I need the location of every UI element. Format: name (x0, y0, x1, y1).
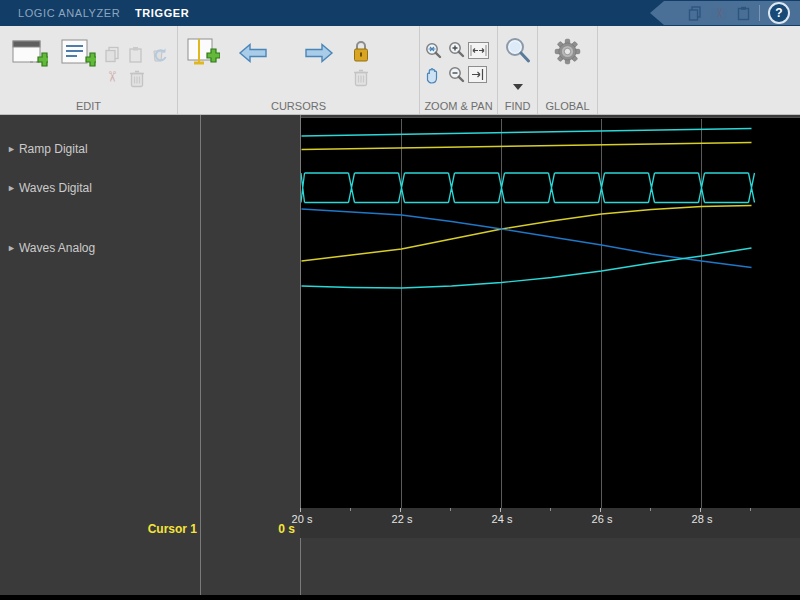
axis-tick (600, 508, 601, 512)
channel-group-ramp-digital[interactable]: ►Ramp Digital (7, 142, 88, 156)
cursor-value-label[interactable]: 0 s (210, 522, 295, 536)
section-label-cursors: CURSORS (178, 100, 419, 112)
tab-trigger[interactable]: TRIGGER (135, 0, 189, 26)
toolbar-section-find: FIND (498, 26, 538, 114)
tab-logic-analyzer[interactable]: LOGIC ANALYZER (18, 0, 120, 26)
add-divider-icon[interactable] (60, 38, 96, 74)
section-label-global: GLOBAL (538, 100, 597, 112)
expand-triangle-icon[interactable]: ► (7, 243, 16, 253)
copy-icon[interactable] (687, 5, 703, 21)
axis-tick-label: 28 s (680, 513, 724, 525)
axis-tick (500, 508, 501, 512)
axis-tick (300, 508, 301, 512)
delete-cursor-icon[interactable] (352, 68, 370, 91)
logic-analyzer-window: LOGIC ANALYZER TRIGGER ✂ ? (0, 0, 800, 600)
zoom-in-icon[interactable] (446, 40, 466, 64)
waveform-plot-area[interactable] (301, 117, 800, 509)
pan-icon[interactable] (423, 65, 443, 89)
lock-cursor-icon[interactable] (352, 39, 370, 68)
axis-tick (450, 508, 451, 511)
toolbar-section-zoom-pan: ZOOM & PAN (420, 26, 498, 114)
copy-icon[interactable] (104, 46, 121, 67)
axis-tick-label: 26 s (580, 513, 624, 525)
toolbar-section-edit: ✂ EDIT (0, 26, 178, 114)
name-value-column-divider[interactable] (200, 115, 201, 595)
axis-tick-label: 24 s (480, 513, 524, 525)
help-button[interactable]: ? (768, 2, 790, 24)
restore-icon[interactable] (150, 46, 168, 68)
channel-label: Ramp Digital (19, 142, 88, 156)
paste-icon[interactable] (127, 46, 144, 67)
fit-to-view-icon[interactable] (468, 42, 489, 59)
ribbon-toolbar: ✂ EDIT (0, 26, 800, 115)
previous-transition-icon[interactable] (238, 43, 268, 67)
add-cursor-icon[interactable] (186, 36, 220, 74)
channel-label: Waves Analog (19, 241, 95, 255)
axis-tick (400, 508, 401, 512)
axis-tick (350, 508, 351, 511)
channel-label: Waves Digital (19, 181, 92, 195)
trace-sine-cyan (302, 248, 752, 288)
waveform-svg (301, 118, 800, 509)
quick-access-toolbar: ✂ ? (650, 1, 800, 25)
settings-gear-icon[interactable] (554, 38, 581, 69)
trace-ramp-cyan (302, 129, 752, 137)
add-wave-icon[interactable] (12, 38, 48, 74)
next-transition-icon[interactable] (304, 43, 334, 67)
tab-strip: LOGIC ANALYZER TRIGGER ✂ ? (0, 0, 800, 26)
delete-icon[interactable] (128, 69, 146, 92)
expand-triangle-icon[interactable]: ► (7, 144, 16, 154)
section-label-edit: EDIT (0, 100, 177, 112)
channel-group-waves-analog[interactable]: ►Waves Analog (7, 241, 95, 255)
trace-bus-cyan (301, 173, 755, 203)
axis-tick (700, 508, 701, 512)
zoom-in-x-icon[interactable] (423, 41, 443, 65)
axis-tick-label: 22 s (380, 513, 424, 525)
zoom-out-icon[interactable] (446, 65, 466, 89)
paste-icon[interactable] (735, 5, 751, 21)
axis-tick (650, 508, 651, 511)
section-label-zoom-pan: ZOOM & PAN (420, 100, 497, 112)
section-label-find: FIND (498, 100, 537, 112)
cut-icon[interactable]: ✂ (711, 5, 727, 21)
expand-triangle-icon[interactable]: ► (7, 183, 16, 193)
toolbar-section-cursors: CURSORS (178, 26, 420, 114)
axis-tick (550, 508, 551, 511)
axis-tick (750, 508, 751, 511)
quick-access-separator (759, 5, 760, 21)
time-axis: 20 s22 s24 s26 s28 s (300, 508, 800, 538)
find-icon[interactable] (504, 37, 532, 69)
waveform-workspace: ►Ramp Digital ►Waves Digital ►Waves Anal… (0, 115, 800, 595)
trace-ramp-yellow (302, 143, 752, 150)
toolbar-section-global: GLOBAL (538, 26, 598, 114)
cut-icon[interactable]: ✂ (106, 68, 119, 86)
cursor-name-label[interactable]: Cursor 1 (100, 522, 197, 536)
dropdown-caret-icon[interactable] (513, 84, 523, 90)
channel-group-waves-digital[interactable]: ►Waves Digital (7, 181, 92, 195)
bottom-strip (0, 595, 800, 600)
zoom-to-cursor-icon[interactable] (468, 66, 487, 83)
